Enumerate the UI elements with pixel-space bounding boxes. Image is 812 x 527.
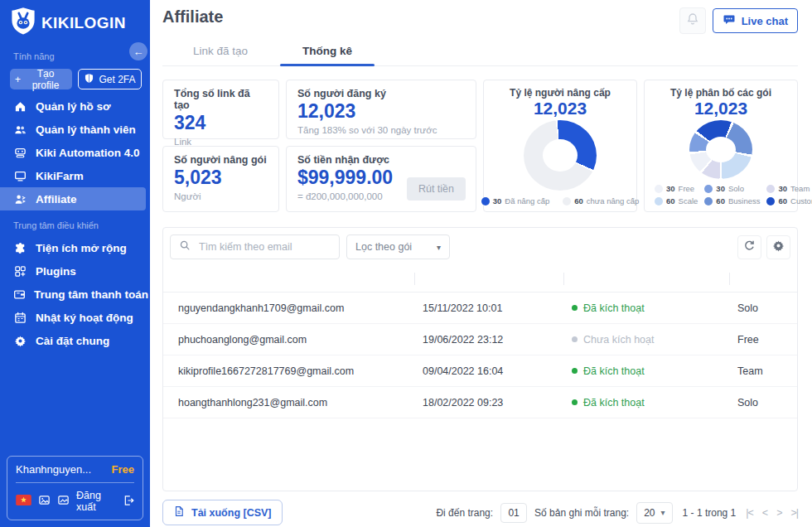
tab-bar: Link đã tạo Thống kê xyxy=(162,37,798,66)
donut-chart xyxy=(524,120,597,191)
sidebar-item-activity-log[interactable]: Nhật ký hoạt động xyxy=(0,306,146,329)
sidebar-collapse-button[interactable]: ← xyxy=(129,42,147,60)
sidebar-item-settings[interactable]: Cài đặt chung xyxy=(0,329,146,352)
per-page-select[interactable]: 20 ▾ xyxy=(636,502,672,524)
search-input[interactable] xyxy=(197,240,331,254)
monitor-icon xyxy=(13,170,27,182)
sidebar-item-affiliate[interactable]: Affiliate xyxy=(0,187,146,210)
affiliate-table-panel: Lọc theo gói ▾ nguyendangkhanh1709@gmail… xyxy=(162,227,798,491)
sidebar-item-extensions[interactable]: Tiện ích mở rộng xyxy=(0,236,146,259)
image-icon[interactable] xyxy=(57,494,70,509)
users-icon xyxy=(13,123,27,136)
tab-statistics[interactable]: Thống kê xyxy=(280,37,375,65)
stat-card: Số người đăng ký 12,023 Tăng 183% so với… xyxy=(286,80,476,139)
live-chat-button[interactable]: Live chat xyxy=(713,8,798,33)
legend-label: Team xyxy=(790,184,810,193)
get-2fa-button[interactable]: Get 2FA xyxy=(78,69,142,89)
sidebar-item-label: Quản lý hồ sơ xyxy=(36,100,111,113)
table-footer: Tải xuống [CSV] Đi đến trang: Số bản ghi… xyxy=(162,500,798,525)
arrow-left-icon: ← xyxy=(133,46,144,57)
sidebar-item-payment[interactable]: Trung tâm thanh toán xyxy=(0,283,146,306)
status-dot-icon xyxy=(572,336,578,342)
logout-button[interactable]: Đăng xuất xyxy=(76,490,134,513)
stat-subtext: Tăng 183% so với 30 ngày trước xyxy=(297,125,465,135)
pagination-first-button[interactable]: |< xyxy=(746,507,753,519)
refresh-button[interactable] xyxy=(737,235,761,259)
legend-value: 60 xyxy=(666,196,675,205)
sidebar-item-label: Quản lý thành viên xyxy=(36,123,136,136)
puzzle-icon xyxy=(13,242,27,254)
sidebar-item-kikifarm[interactable]: KikiFarm xyxy=(0,164,146,187)
notifications-button[interactable] xyxy=(679,7,706,34)
legend-value: 30 xyxy=(493,196,502,205)
sidebar-item-plugins[interactable]: Plugins xyxy=(0,259,146,283)
refresh-icon xyxy=(743,239,756,255)
legend-item: 30Solo xyxy=(704,184,760,193)
legend-item: 30Đã nâng cấp xyxy=(481,196,549,205)
download-csv-label: Tải xuống [CSV] xyxy=(191,507,272,519)
legend-dot-icon xyxy=(766,197,775,205)
bell-icon xyxy=(686,12,699,29)
create-profile-button[interactable]: + Tạo profile xyxy=(10,69,72,89)
legend-label: chưa nâng cấp xyxy=(587,196,639,205)
sidebar-item-label: KikiFarm xyxy=(36,170,84,182)
legend-dot-icon xyxy=(563,197,571,205)
brand-logo[interactable]: KIKILOGIN xyxy=(0,0,150,40)
stat-card: Số người nâng gói 5,023 Người xyxy=(162,146,279,212)
pagination-last-button[interactable]: >| xyxy=(790,507,798,519)
legend-value: 60 xyxy=(778,196,787,205)
sidebar-item-label: Trung tâm thanh toán xyxy=(34,288,148,301)
download-csv-button[interactable]: Tải xuống [CSV] xyxy=(162,500,283,525)
legend-value: 30 xyxy=(716,184,725,193)
legend-item: 30Free xyxy=(655,184,698,193)
sidebar-item-label: Nhật ký hoạt động xyxy=(36,312,133,324)
pagination-prev-button[interactable]: < xyxy=(762,507,767,519)
user-plan-badge: Free xyxy=(112,463,134,476)
goto-page-input[interactable] xyxy=(500,503,527,523)
sidebar-item-automation[interactable]: Kiki Automation 4.0 xyxy=(0,141,146,164)
legend-label: Scale xyxy=(679,196,698,205)
legend-dot-icon xyxy=(766,185,775,193)
sidebar-item-profiles[interactable]: Quản lý hồ sơ xyxy=(0,94,146,118)
email-cell: nguyendangkhanh1709@gmail.com xyxy=(163,302,414,314)
status-dot-icon xyxy=(572,399,578,405)
stat-title: Tổng số link đã tạo xyxy=(174,88,268,111)
chart-legend: 30Đã nâng cấp60chưa nâng cấp xyxy=(481,196,639,205)
table-settings-button[interactable] xyxy=(766,235,790,259)
user-card: Khanhnguyen... Free Đăng xuất xyxy=(7,456,143,520)
sidebar-section-control: Trung tâm điều khiển xyxy=(0,220,150,230)
image-icon[interactable] xyxy=(38,494,51,509)
chart-total-value: 12,023 xyxy=(534,99,587,118)
sidebar-item-members[interactable]: Quản lý thành viên xyxy=(0,118,146,141)
chart-card: Tỷ lệ người nâng cấp12,02330Đã nâng cấp6… xyxy=(483,80,637,212)
stat-value: 12,023 xyxy=(297,101,465,123)
per-page-value: 20 xyxy=(644,507,655,519)
column-header xyxy=(163,273,414,285)
email-cell: phuchoanglong@gmail.com xyxy=(163,334,414,346)
search-icon xyxy=(179,239,191,254)
wallet-icon xyxy=(13,288,26,301)
table-row: kikiprofile1667272817769@gmail.com 09/04… xyxy=(163,355,797,387)
sidebar-item-label: Affiliate xyxy=(36,193,77,205)
legend-value: 30 xyxy=(778,184,787,193)
legend-value: 60 xyxy=(716,196,725,205)
stat-value: 324 xyxy=(174,113,268,134)
stat-subtext: Link xyxy=(174,137,268,147)
donut-chart xyxy=(689,120,752,179)
pagination-next-button[interactable]: > xyxy=(776,507,781,519)
stat-subtext: Người xyxy=(174,191,268,201)
flag-icon[interactable] xyxy=(16,495,31,508)
withdraw-button[interactable]: Rút tiền xyxy=(407,177,466,201)
sidebar-item-label: Plugins xyxy=(36,265,76,278)
package-filter-select[interactable]: Lọc theo gói ▾ xyxy=(346,234,450,259)
legend-dot-icon xyxy=(481,197,490,205)
legend-label: Custom xyxy=(790,196,812,205)
legend-dot-icon xyxy=(704,197,713,205)
chat-icon xyxy=(723,13,736,29)
caret-down-icon: ▾ xyxy=(437,243,441,252)
status-dot-icon xyxy=(572,368,578,374)
status-cell: Đã kích thoạt xyxy=(563,365,729,377)
legend-item: 60Custom xyxy=(766,196,812,205)
status-text: Đã kích thoạt xyxy=(583,397,645,409)
tab-links-created[interactable]: Link đã tạo xyxy=(171,37,270,65)
